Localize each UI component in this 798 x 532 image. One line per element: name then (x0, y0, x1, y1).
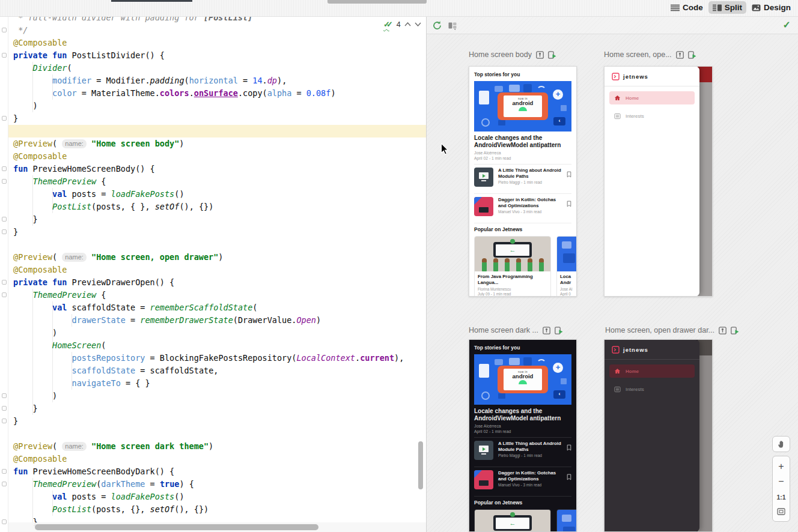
fold-marker[interactable] (2, 419, 7, 423)
inspections-widget[interactable]: ✓✓ 4 (383, 20, 421, 29)
list-icon (614, 386, 621, 393)
code-line: @Composable (13, 453, 67, 465)
code-line: } (13, 402, 38, 415)
jetnews-logo-row: jetnews (605, 67, 699, 86)
interactive-preview-icon[interactable] (676, 51, 684, 59)
preview-title: Home screen body (469, 50, 532, 59)
back-arrow-bubble: ‹ (553, 390, 565, 399)
editor-gutter (0, 17, 8, 532)
interactive-preview-icon[interactable] (536, 51, 544, 59)
code-line: postsRepository = BlockingFakePostsRepos… (13, 352, 404, 364)
zoom-out-button[interactable]: − (778, 477, 784, 486)
fold-marker[interactable] (2, 166, 7, 171)
code-mode-button[interactable]: Code (666, 1, 707, 14)
popular-post-card: ← From Java Programming Langua... (474, 509, 551, 531)
popular-post-card (556, 509, 576, 531)
hero-illustration: + ‹ now in android (474, 81, 571, 131)
run-preview-on-device-icon[interactable] (555, 327, 563, 334)
fold-marker[interactable] (2, 292, 7, 297)
post-meta: April 02 - 1 min read (474, 429, 571, 434)
run-preview-on-device-icon[interactable] (731, 327, 739, 334)
fold-marker[interactable] (2, 393, 7, 398)
drawer-item-home[interactable]: Home (609, 91, 695, 104)
plus-icon: + (553, 363, 563, 373)
code-line: ) (13, 327, 57, 339)
code-line: modifier = Modifier.padding(horizontal =… (13, 74, 287, 87)
preview-card-home-screen-body[interactable]: Top stories for you + ‹ now in android (469, 66, 577, 297)
interactive-preview-icon[interactable] (719, 327, 726, 334)
preview-card-home-screen-dark[interactable]: Top stories for you + ‹ now in android (469, 339, 577, 532)
preview-layout-switch-button[interactable] (448, 22, 457, 32)
home-icon (614, 368, 621, 374)
post-title: Locale changes and the AndroidViewModel … (474, 135, 571, 149)
drawer-item-interests[interactable]: Interests (609, 109, 695, 122)
previous-highlight-chevron-icon[interactable] (404, 22, 411, 26)
zoom-actual-size-button[interactable]: 1:1 (776, 493, 785, 501)
fold-marker[interactable] (2, 229, 7, 234)
jetnews-logo-icon (612, 73, 620, 80)
fold-marker[interactable] (2, 482, 7, 486)
code-line: } (13, 112, 18, 125)
post-list-item: A Little Thing about Android Module Path… (474, 438, 571, 463)
zoom-in-button[interactable]: + (778, 462, 784, 471)
fold-marker[interactable] (2, 179, 7, 184)
code-line: ThemedPreview { (13, 175, 106, 188)
code-line: PostList(posts, {}, setOf(), {}) (13, 503, 209, 516)
next-highlight-chevron-icon[interactable] (415, 22, 421, 26)
jetnews-logo-icon (612, 346, 620, 354)
code-line: } (13, 213, 38, 226)
editor-topbar: Code Split Design (0, 0, 798, 17)
app-bar-strip (698, 67, 712, 82)
code-line: @Preview( name: "Home screen body") (13, 138, 184, 150)
section-title: Popular on Jetnews (474, 500, 571, 506)
home-icon (614, 95, 621, 101)
fold-marker[interactable] (2, 217, 7, 222)
editor-horizontal-scrollbar[interactable] (35, 524, 318, 530)
drawer-item-home[interactable]: Home (609, 364, 695, 378)
design-mode-button[interactable]: Design (748, 1, 795, 14)
app-bar-strip (698, 340, 712, 355)
code-line: Divider( (13, 62, 72, 74)
jetnews-drawer-preview-dark: jetnews Home Interests (605, 340, 712, 531)
preview-card-open-drawer-dark[interactable]: jetnews Home Interests (604, 339, 713, 532)
popular-post-image (557, 237, 576, 271)
code-lines-icon (671, 4, 680, 11)
preview-title: Home screen, ope... (604, 50, 672, 59)
run-preview-on-device-icon[interactable] (688, 51, 696, 59)
scrim-content (698, 67, 712, 296)
fold-marker[interactable] (2, 280, 7, 285)
drawer-item-interests[interactable]: Interests (609, 382, 695, 396)
fold-marker[interactable] (2, 116, 7, 121)
tab-accent-bar (111, 0, 192, 2)
code-line: @Composable (13, 37, 67, 49)
build-refresh-button[interactable] (432, 20, 442, 33)
preview-card-open-drawer[interactable]: jetnews Home Interests (604, 66, 713, 297)
split-mode-button[interactable]: Split (708, 1, 746, 14)
caret-line-highlight (0, 125, 426, 138)
bookmark-icon (567, 171, 571, 178)
interactive-preview-icon[interactable] (543, 327, 550, 334)
fold-marker[interactable] (2, 519, 7, 524)
jetnews-logo-row: jetnews (605, 340, 699, 359)
code-line: private fun PostListDivider() { (13, 49, 165, 62)
android-phone-illustration: now in android (498, 366, 548, 393)
pan-tool-button[interactable] (772, 436, 790, 452)
fold-marker[interactable] (2, 53, 7, 58)
preview-card-header-1: Home screen body (469, 50, 577, 59)
post-list-item: Dagger in Kotlin: Gotchas and Optimizati… (474, 467, 571, 492)
fold-marker[interactable] (2, 406, 7, 411)
fold-marker[interactable] (2, 469, 7, 474)
zoom-to-fit-icon[interactable] (777, 508, 785, 515)
code-line: color = MaterialTheme.colors.onSurface.c… (13, 87, 336, 100)
editor-vertical-scrollbar[interactable] (418, 441, 423, 489)
fold-marker[interactable] (2, 28, 7, 32)
code-line: @Preview( name: "Home screen, open drawe… (13, 251, 223, 264)
hand-pan-icon (777, 440, 786, 449)
code-editor[interactable]: * full-width divider with padding for [P… (0, 17, 427, 532)
jetnews-home-preview: Top stories for you + ‹ now in android (469, 67, 576, 296)
run-preview-on-device-icon[interactable] (548, 51, 556, 59)
code-line: } (13, 415, 18, 428)
inspections-check-icon: ✓✓ (383, 20, 393, 29)
editor-horizontal-scrollbar-track (0, 522, 427, 532)
code-line: * full-width divider with padding for [P… (13, 17, 252, 24)
